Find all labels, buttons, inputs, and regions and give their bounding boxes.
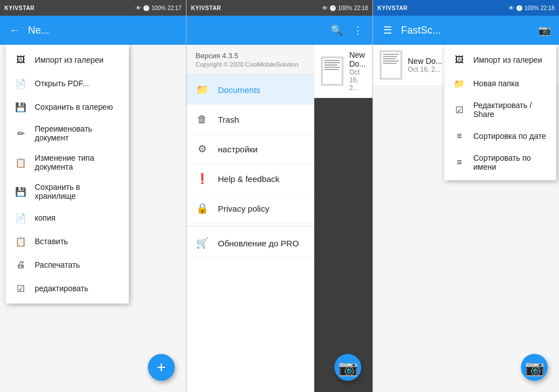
drawer-label-trash: Trash xyxy=(218,115,239,124)
drawer-item-trash[interactable]: 🗑 Trash xyxy=(187,105,314,134)
menu-item-save-storage[interactable]: 💾 Сохранить в хранилище xyxy=(6,177,129,206)
drawer-label-help: Help & feedback xyxy=(218,174,280,184)
p3-menu-label-sort-date: Сортировка по дате xyxy=(473,132,546,141)
menu-label-save-gallery: Сохранить в галерею xyxy=(35,102,113,111)
menu-item-save-gallery[interactable]: 💾 Сохранить в галерею xyxy=(6,95,129,119)
save-gallery-icon: 💾 xyxy=(15,101,27,113)
drawer-item-privacy[interactable]: 🔒 Privacy policy xyxy=(187,194,314,223)
menu-item-copy[interactable]: 📄 копия xyxy=(6,206,129,230)
settings-drawer-icon: ⚙ xyxy=(195,142,209,156)
doc-row-2[interactable]: New Do... Oct 16, 2... xyxy=(314,45,372,98)
carrier-3: KYIVSTAR xyxy=(378,5,408,11)
status-bar-2: KYIVSTAR 👁 🕐 100% 22:18 xyxy=(187,0,372,16)
camera-button-3[interactable]: 📷 xyxy=(537,22,552,38)
p3-menu-label-import-gallery: Импорт из галереи xyxy=(473,55,542,64)
p3-menu-label-new-folder: Новая папка xyxy=(473,79,519,88)
p3-menu-item-edit-share[interactable]: ☑ Редактировать / Share xyxy=(444,95,556,124)
menu-item-change-type[interactable]: 📋 Изменение типа документа xyxy=(6,148,129,177)
doc-date-2: Oct 16, 2... xyxy=(349,68,366,92)
menu-item-import-gallery[interactable]: 🖼 Импорт из галереи xyxy=(6,48,129,72)
p3-menu-item-import-gallery[interactable]: 🖼 Импорт из галереи xyxy=(444,48,556,72)
clock-icon-2: 🕐 xyxy=(329,5,336,11)
menu-label-change-type: Изменение типа документа xyxy=(35,153,120,171)
battery-1: 100% xyxy=(151,5,166,11)
hamburger-button-3[interactable]: ☰ xyxy=(380,22,395,38)
menu-item-open-pdf[interactable]: 📄 Открыть PDF... xyxy=(6,72,129,95)
panel-3: KYIVSTAR 👁 🕐 100% 22:18 ☰ FastSc... 📷 xyxy=(373,0,559,392)
drawer-item-help[interactable]: ❗ Help & feedback xyxy=(187,164,314,194)
status-icons-1: 👁 🕐 100% 22:17 xyxy=(136,5,181,11)
menu-item-edit[interactable]: ☑ редактировать xyxy=(6,277,129,300)
p3-menu-item-sort-name[interactable]: ≡ Сортировать по имени xyxy=(444,148,556,177)
main-content-3: New Do... Oct 16, 2... 🖼 Импорт из галер… xyxy=(373,45,559,392)
panel2-dim: New Do... Oct 16, 2... 📷 xyxy=(314,45,372,392)
menu-label-edit: редактировать xyxy=(35,284,88,293)
rename-icon: ✏ xyxy=(15,127,27,139)
drawer-label-pro: Обновление до PRO xyxy=(218,239,299,248)
status-icons-2: 👁 🕐 100% 22:18 xyxy=(322,5,368,11)
fab-2[interactable]: 📷 xyxy=(334,354,361,381)
menu-label-paste: Вставить xyxy=(35,237,68,246)
clock-icon-3: 🕐 xyxy=(516,5,523,11)
menu-item-print[interactable]: 🖨 Распечатать xyxy=(6,253,129,277)
pro-drawer-icon: 🛒 xyxy=(195,236,209,250)
drawer-label-settings: настройки xyxy=(218,144,258,154)
fab-1[interactable]: + xyxy=(148,354,175,381)
p3-menu-label-edit-share: Редактировать / Share xyxy=(473,101,547,119)
trash-drawer-icon: 🗑 xyxy=(195,113,209,126)
doc-title-2: New Do... xyxy=(349,50,366,68)
time-3: 22:18 xyxy=(541,5,555,11)
p3-menu-item-new-folder[interactable]: 📁 Новая папка xyxy=(444,72,556,95)
menu-item-rename[interactable]: ✏ Переименовать документ xyxy=(6,119,129,148)
p3-menu-item-sort-date[interactable]: ≡ Сортировка по дате xyxy=(444,124,556,148)
drawer-item-documents[interactable]: 📁 Documents xyxy=(187,75,314,105)
clock-icon-1: 🕐 xyxy=(143,5,150,11)
save-storage-icon: 💾 xyxy=(15,185,27,198)
open-pdf-icon: 📄 xyxy=(15,77,27,90)
menu-label-import-gallery: Импорт из галереи xyxy=(35,55,104,64)
search-button-2[interactable]: 🔍 xyxy=(329,22,344,38)
p3-new-folder-icon: 📁 xyxy=(453,77,465,90)
time-1: 22:17 xyxy=(167,5,181,11)
panel-2: KYIVSTAR 👁 🕐 100% 22:18 🔍 ⋮ Версия 4.3.5… xyxy=(187,0,373,392)
fab-3[interactable]: 📷 xyxy=(521,354,548,381)
back-button-1[interactable]: ← xyxy=(7,22,22,38)
p3-import-gallery-icon: 🖼 xyxy=(453,54,465,66)
eye-icon-2: 👁 xyxy=(322,5,328,11)
status-bar-1: KYIVSTAR 👁 🕐 100% 22:17 xyxy=(0,0,186,16)
status-icons-3: 👁 🕐 100% 22:18 xyxy=(509,5,555,11)
copy-icon: 📄 xyxy=(15,212,27,224)
drawer-label-privacy: Privacy policy xyxy=(218,204,269,213)
drawer-items: 📁 Documents 🗑 Trash ⚙ настройки ❗ Help &… xyxy=(187,75,314,258)
print-icon: 🖨 xyxy=(15,259,27,271)
documents-drawer-icon: 📁 xyxy=(195,83,209,96)
p3-sort-date-icon: ≡ xyxy=(453,130,465,142)
app-bar-1: ← Ne... xyxy=(0,16,186,45)
p3-menu-label-sort-name: Сортировать по имени xyxy=(473,153,547,171)
panel2-body: Версия 4.3.5 Copyright © 2020 CoolMobile… xyxy=(187,45,372,392)
status-bar-3: KYIVSTAR 👁 🕐 100% 22:18 xyxy=(373,0,559,16)
menu-label-open-pdf: Открыть PDF... xyxy=(35,79,89,88)
help-drawer-icon: ❗ xyxy=(195,172,209,185)
battery-3: 100% xyxy=(524,5,539,11)
paste-icon: 📋 xyxy=(15,235,27,248)
doc-info-2: New Do... Oct 16, 2... xyxy=(349,50,366,92)
panel-1: KYIVSTAR 👁 🕐 100% 22:17 ← Ne... 1 🖼 Импо… xyxy=(0,0,187,392)
drawer-item-settings[interactable]: ⚙ настройки xyxy=(187,134,314,164)
context-menu-1: 🖼 Импорт из галереи 📄 Открыть PDF... 💾 С… xyxy=(6,45,129,304)
app-title-1: Ne... xyxy=(28,25,179,36)
menu-label-save-storage: Сохранить в хранилище xyxy=(35,183,120,200)
app-bar-2: 🔍 ⋮ xyxy=(187,16,372,45)
carrier-1: KYIVSTAR xyxy=(4,5,35,11)
more-button-2[interactable]: ⋮ xyxy=(350,22,366,38)
context-menu-3: 🖼 Импорт из галереи 📁 Новая папка ☑ Реда… xyxy=(444,45,556,180)
battery-2: 100% xyxy=(338,5,352,11)
time-2: 22:18 xyxy=(354,5,368,11)
eye-icon-3: 👁 xyxy=(509,5,514,11)
app-title-3: FastSc... xyxy=(401,25,531,36)
menu-item-paste[interactable]: 📋 Вставить xyxy=(6,230,129,253)
menu-label-rename: Переименовать документ xyxy=(35,124,120,142)
drawer-item-pro[interactable]: 🛒 Обновление до PRO xyxy=(187,228,314,258)
carrier-2: KYIVSTAR xyxy=(191,5,221,11)
drawer-header: Версия 4.3.5 Copyright © 2020 CoolMobile… xyxy=(187,45,314,75)
